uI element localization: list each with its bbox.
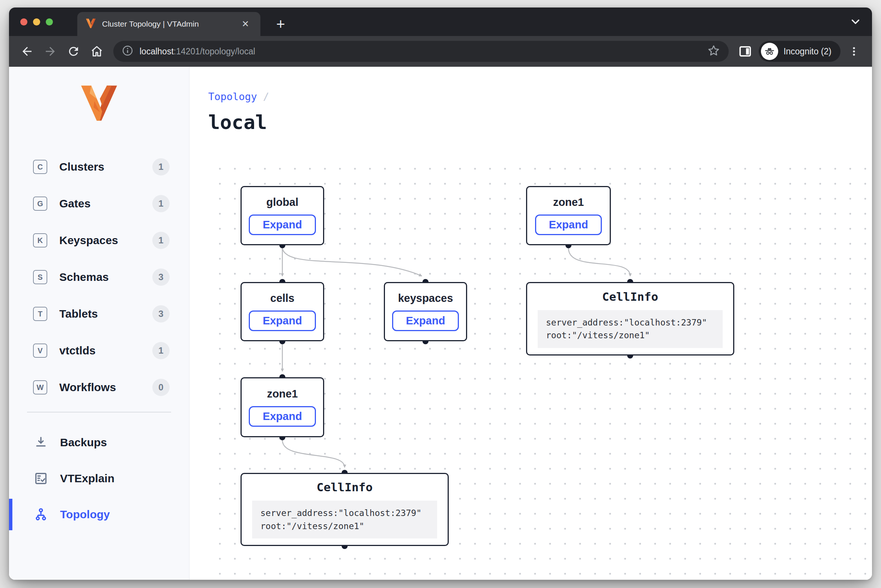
incognito-icon — [761, 43, 778, 60]
tab-bar: Cluster Topology | VTAdmin ✕ + — [9, 8, 872, 36]
keyspaces-icon: K — [33, 233, 47, 248]
tab-title: Cluster Topology | VTAdmin — [102, 20, 239, 28]
incognito-badge: Incognito (2) — [759, 41, 840, 62]
sidebar-item-label: Backups — [60, 436, 107, 449]
edge-zone1-cellinfo-bottom — [283, 440, 345, 467]
node-title: zone1 — [553, 196, 584, 208]
home-button[interactable] — [87, 42, 107, 61]
cellinfo-code: server_address:"localhost:2379" root:"/v… — [252, 501, 437, 538]
clusters-icon: C — [33, 160, 47, 174]
close-window-button[interactable] — [20, 18, 27, 26]
url-path: :14201/topology/local — [174, 46, 255, 56]
workflows-icon: W — [33, 380, 47, 394]
node-title: CellInfo — [317, 480, 373, 494]
count-badge: 3 — [152, 305, 170, 322]
close-tab-icon[interactable]: ✕ — [239, 18, 252, 30]
expand-button[interactable]: Expand — [535, 214, 602, 235]
code-line: root:"/vitess/zone1" — [546, 329, 714, 342]
zoom-window-button[interactable] — [46, 18, 53, 26]
browser-window: Cluster Topology | VTAdmin ✕ + localhost… — [9, 8, 872, 580]
page-info-icon[interactable] — [122, 45, 134, 58]
node-cellinfo-right[interactable]: CellInfo server_address:"localhost:2379"… — [526, 282, 734, 356]
expand-button[interactable]: Expand — [249, 310, 316, 331]
tab-search-chevron-icon[interactable] — [848, 14, 863, 29]
vtexplain-document-check-icon — [33, 471, 49, 486]
code-line: root:"/vitess/zone1" — [260, 520, 429, 533]
vitess-logo[interactable] — [9, 83, 189, 122]
sidebar-item-topology[interactable]: Topology — [9, 501, 189, 528]
count-badge: 3 — [152, 268, 170, 286]
active-indicator — [9, 499, 12, 530]
browser-menu-kebab-icon[interactable] — [844, 42, 864, 61]
vtctlds-icon: V — [33, 344, 47, 358]
vitess-favicon — [86, 18, 96, 30]
code-line: server_address:"localhost:2379" — [260, 507, 429, 520]
count-badge: 1 — [152, 158, 170, 176]
bookmark-star-icon[interactable] — [707, 44, 720, 59]
schemas-icon: S — [33, 270, 47, 284]
edge-zone1-cellinfo-right — [568, 248, 630, 276]
sidebar-item-label: vtctlds — [59, 344, 96, 357]
node-zone1-left[interactable]: zone1 Expand — [241, 377, 324, 437]
cellinfo-code: server_address:"localhost:2379" root:"/v… — [538, 310, 723, 348]
node-cells[interactable]: cells Expand — [241, 282, 324, 341]
side-panel-icon[interactable] — [735, 42, 755, 61]
page-title: local — [208, 111, 267, 134]
topology-canvas[interactable]: global Expand zone1 Expand cells Expand … — [208, 158, 870, 575]
sidebar: C Clusters 1 G Gates 1 K Keyspaces 1 S S… — [9, 67, 189, 580]
node-title: zone1 — [267, 388, 298, 400]
topology-tree-icon — [33, 507, 49, 522]
reload-button[interactable] — [64, 42, 83, 61]
node-global[interactable]: global Expand — [241, 186, 324, 245]
node-keyspaces[interactable]: keyspaces Expand — [384, 282, 467, 341]
node-title: keyspaces — [398, 292, 453, 304]
back-button[interactable] — [17, 42, 37, 61]
main-content: Topology/ local — [189, 67, 872, 580]
forward-button[interactable] — [41, 42, 60, 61]
sidebar-item-tablets[interactable]: T Tablets 3 — [9, 302, 189, 326]
sidebar-item-label: Workflows — [59, 381, 116, 394]
count-badge: 0 — [152, 379, 170, 396]
gates-icon: G — [33, 196, 47, 211]
sidebar-item-keyspaces[interactable]: K Keyspaces 1 — [9, 228, 189, 253]
sidebar-item-label: Clusters — [59, 160, 104, 173]
sidebar-item-schemas[interactable]: S Schemas 3 — [9, 265, 189, 290]
sidebar-item-workflows[interactable]: W Workflows 0 — [9, 375, 189, 400]
browser-tab[interactable]: Cluster Topology | VTAdmin ✕ — [77, 12, 260, 36]
incognito-label: Incognito (2) — [783, 46, 831, 57]
expand-button[interactable]: Expand — [392, 310, 459, 331]
count-badge: 1 — [152, 342, 170, 359]
node-title: CellInfo — [602, 290, 658, 303]
minimize-window-button[interactable] — [33, 18, 40, 26]
sidebar-item-label: Schemas — [59, 271, 109, 284]
count-badge: 1 — [152, 195, 170, 212]
sidebar-item-clusters[interactable]: C Clusters 1 — [9, 154, 189, 179]
breadcrumb: Topology/ — [208, 91, 269, 102]
sidebar-item-gates[interactable]: G Gates 1 — [9, 191, 189, 216]
url-text: localhost:14201/topology/local — [140, 46, 707, 57]
sidebar-item-label: Topology — [60, 508, 110, 521]
node-cellinfo-bottom[interactable]: CellInfo server_address:"localhost:2379"… — [241, 473, 449, 546]
address-bar[interactable]: localhost:14201/topology/local — [113, 41, 729, 62]
sidebar-item-vtctlds[interactable]: V vtctlds 1 — [9, 338, 189, 363]
url-host: localhost — [140, 46, 174, 56]
tablets-icon: T — [33, 307, 47, 321]
sidebar-item-label: Keyspaces — [59, 234, 118, 247]
sidebar-nav: C Clusters 1 G Gates 1 K Keyspaces 1 S S… — [9, 154, 189, 528]
expand-button[interactable]: Expand — [249, 214, 316, 235]
edge-global-keyspaces — [283, 248, 422, 276]
count-badge: 1 — [152, 232, 170, 249]
code-line: server_address:"localhost:2379" — [546, 316, 714, 329]
sidebar-item-vtexplain[interactable]: VTExplain — [9, 465, 189, 492]
new-tab-button[interactable]: + — [272, 15, 290, 33]
traffic-lights — [20, 18, 53, 26]
backups-download-icon — [33, 435, 49, 450]
sidebar-item-label: Gates — [59, 197, 90, 210]
app-body: C Clusters 1 G Gates 1 K Keyspaces 1 S S… — [9, 67, 872, 580]
node-zone1-top-right[interactable]: zone1 Expand — [526, 186, 611, 245]
sidebar-item-backups[interactable]: Backups — [9, 429, 189, 456]
sidebar-item-label: VTExplain — [60, 472, 114, 485]
sidebar-item-label: Tablets — [59, 308, 98, 320]
breadcrumb-topology-link[interactable]: Topology — [208, 91, 257, 102]
expand-button[interactable]: Expand — [249, 406, 316, 427]
